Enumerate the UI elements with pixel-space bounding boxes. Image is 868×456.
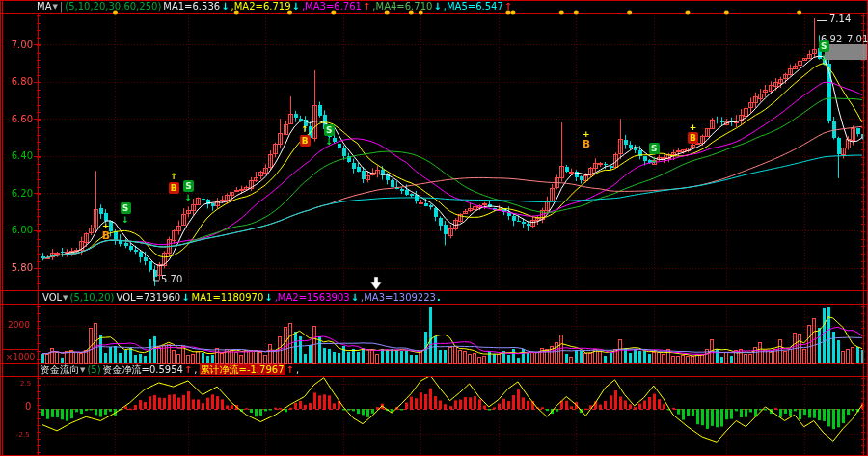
plus-icon: +: [688, 121, 698, 133]
chart-canvas[interactable]: [0, 0, 868, 456]
up-arrow-icon: ↑: [300, 123, 311, 135]
up-arrow-icon: ↑: [169, 171, 179, 182]
flow-trend-arrow-icon: ↑: [286, 364, 294, 375]
ma-value: ,MA4=6.710: [372, 1, 432, 12]
flow-indicator-label[interactable]: 资金流向: [41, 364, 79, 375]
down-arrow-icon: ↓: [649, 154, 660, 166]
sell-signal-marker: S↓: [649, 143, 660, 154]
volume-axis-label: 2000: [8, 320, 30, 330]
ma-trend-arrow-icon: ↓: [292, 1, 300, 12]
ma-trend-arrow-icon: ↑: [504, 1, 512, 12]
down-arrow-icon: ↓: [819, 52, 829, 64]
flow-value: 累计净流=-1.7967: [200, 364, 285, 375]
flow-axis-label: -2.5: [16, 431, 30, 439]
buy-signal-marker: B↑: [169, 182, 179, 194]
ma-value: ,MA3=6.761: [302, 1, 362, 12]
down-arrow-icon: ↓: [324, 136, 335, 148]
price-axis-label: 6.80: [2, 76, 33, 87]
sell-signal-marker: S↓: [819, 40, 829, 52]
marked-low-label: 5.70: [161, 274, 182, 284]
ma-trend-arrow-icon: ↓: [433, 1, 441, 12]
volume-unit-box: ×1000: [2, 349, 39, 364]
vol-value: MA1=1180970: [192, 292, 264, 303]
ma-value: ,MA5=6.547: [444, 1, 503, 12]
last-high-label: 7.01: [847, 34, 868, 44]
info-box: [825, 44, 867, 60]
ma-trend-arrow-icon: ↓: [221, 1, 229, 12]
header-separator: |: [60, 1, 63, 12]
cursor-arrow-icon: [370, 276, 382, 294]
vol-params: (5,10,20): [70, 292, 115, 303]
vol-dropdown-icon[interactable]: ▼: [63, 294, 68, 302]
flow-indicator-header: 资金流向▼(5)资金净流=0.5954↑,累计净流=-1.7967↑,: [41, 363, 299, 377]
vol-trend-arrow-icon: ↓: [264, 292, 272, 303]
vol-trend-arrow-icon: ↓: [181, 292, 189, 303]
ma-trend-arrow-icon: ↑: [363, 1, 370, 12]
down-arrow-icon: ↓: [183, 192, 194, 203]
plus-icon: +: [100, 220, 111, 231]
sell-signal-marker: S↓: [324, 124, 335, 136]
price-axis-label: 6.40: [2, 150, 33, 161]
sell-signal-marker: S↓: [183, 180, 194, 192]
price-axis-label: 5.80: [2, 262, 33, 273]
buy-signal-marker: B+: [100, 230, 111, 242]
flow-axis-label: 2.5: [20, 380, 31, 388]
ma-dropdown-icon[interactable]: ▼: [52, 3, 57, 11]
flow-value: 资金净流=0.5954: [103, 364, 183, 375]
buy-signal-marker: B↑: [300, 135, 311, 147]
flow-value: ,: [296, 364, 299, 375]
ma-value: MA1=6.536: [163, 1, 220, 12]
price-axis-label: 6.60: [2, 114, 33, 124]
vol-trend-arrow-icon: ↓: [351, 292, 359, 303]
vol-value: ,MA2=1563903: [275, 292, 350, 303]
buy-signal-marker: B+: [688, 132, 698, 144]
vol-indicator-label[interactable]: VOL: [42, 292, 62, 303]
plus-icon: +: [581, 128, 591, 140]
period-high-label: 7.14: [829, 13, 851, 24]
vol-trend-arrow-icon: .: [437, 292, 441, 303]
down-arrow-icon: ↓: [121, 214, 131, 226]
stock-chart-window: MA▼|(5,10,20,30,60,250)MA1=6.536↓,MA2=6.…: [0, 0, 868, 456]
sell-signal-marker: S↓: [121, 202, 131, 214]
flow-trend-arrow-icon: ↑: [184, 364, 192, 375]
price-axis-label: 6.00: [2, 225, 33, 235]
buy-signal-marker: B+: [581, 139, 591, 150]
ma-indicator-label[interactable]: MA: [37, 1, 51, 12]
ma-params: (5,10,20,30,60,250): [65, 1, 161, 12]
flow-params: (5): [87, 364, 100, 375]
price-axis-label: 6.20: [2, 188, 33, 199]
flow-dropdown-icon[interactable]: ▼: [80, 366, 85, 374]
price-axis-label: 7.00: [2, 40, 33, 50]
ma-indicator-header: MA▼|(5,10,20,30,60,250)MA1=6.536↓,MA2=6.…: [37, 0, 512, 13]
flow-axis-label: 0: [25, 401, 31, 412]
flow-value: ,: [194, 364, 197, 375]
ma-value: ,MA2=6.719: [231, 1, 291, 12]
vol-value: VOL=731960: [116, 292, 180, 303]
